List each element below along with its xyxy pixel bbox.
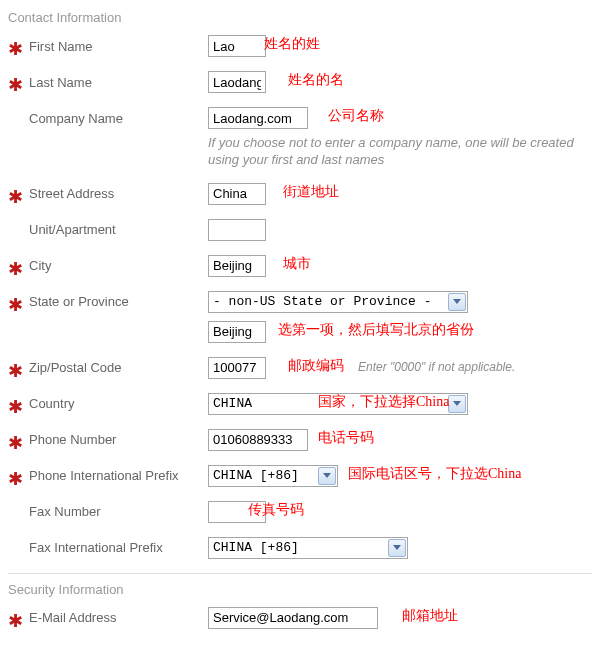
label-company-name: Company Name (29, 111, 123, 126)
country-select[interactable]: CHINA (208, 393, 468, 415)
phone-prefix-select[interactable]: CHINA [+86] (208, 465, 338, 487)
state-select-value: - non-US State or Province - (213, 294, 431, 309)
row-email: ✱ E-Mail Address 邮箱地址 (8, 607, 600, 629)
label-state: State or Province (29, 294, 129, 309)
required-icon: ✱ (8, 616, 23, 626)
anno-city: 城市 (283, 255, 311, 273)
chevron-down-icon (388, 539, 406, 557)
unit-input[interactable] (208, 219, 266, 241)
label-unit: Unit/Apartment (29, 222, 116, 237)
row-phone: ✱ Phone Number 电话号码 (8, 429, 600, 451)
row-unit: ✱ Unit/Apartment (8, 219, 600, 241)
anno-zip: 邮政编码 (288, 357, 344, 375)
phone-prefix-value: CHINA [+86] (213, 468, 299, 483)
row-city: ✱ City 城市 (8, 255, 600, 277)
label-city: City (29, 258, 51, 273)
required-icon: ✱ (8, 192, 23, 202)
section-contact-heading: Contact Information (8, 10, 600, 25)
required-icon: ✱ (8, 474, 23, 484)
label-email: E-Mail Address (29, 610, 116, 625)
chevron-down-icon (318, 467, 336, 485)
company-name-input[interactable] (208, 107, 308, 129)
fax-prefix-select[interactable]: CHINA [+86] (208, 537, 408, 559)
city-input[interactable] (208, 255, 266, 277)
state-select[interactable]: - non-US State or Province - (208, 291, 468, 313)
zip-hint: Enter "0000" if not applicable. (358, 360, 515, 374)
required-icon: ✱ (8, 366, 23, 376)
last-name-input[interactable] (208, 71, 266, 93)
row-company-name: ✱ Company Name 公司名称 (8, 107, 600, 129)
row-street-address: ✱ Street Address 街道地址 (8, 183, 600, 205)
chevron-down-icon (448, 395, 466, 413)
row-state-select: ✱ State or Province - non-US State or Pr… (8, 291, 600, 313)
anno-email: 邮箱地址 (402, 607, 458, 625)
required-icon: ✱ (8, 80, 23, 90)
zip-input[interactable] (208, 357, 266, 379)
row-fax-prefix: ✱ Fax International Prefix CHINA [+86] (8, 537, 600, 559)
label-fax-prefix: Fax International Prefix (29, 540, 163, 555)
email-input[interactable] (208, 607, 378, 629)
section-divider (8, 573, 592, 574)
company-name-hint: If you choose not to enter a company nam… (208, 135, 600, 169)
phone-input[interactable] (208, 429, 308, 451)
label-fax: Fax Number (29, 504, 101, 519)
first-name-input[interactable] (208, 35, 266, 57)
row-first-name: ✱ First Name 姓名的姓 (8, 35, 600, 57)
row-fax: ✱ Fax Number 传真号码 (8, 501, 600, 523)
label-phone: Phone Number (29, 432, 116, 447)
row-state-text: 选第一项，然后填写北京的省份 (8, 321, 600, 343)
anno-company-name: 公司名称 (328, 107, 384, 125)
required-icon: ✱ (8, 402, 23, 412)
required-icon: ✱ (8, 264, 23, 274)
chevron-down-icon (448, 293, 466, 311)
anno-state: 选第一项，然后填写北京的省份 (278, 321, 474, 339)
row-zip: ✱ Zip/Postal Code Enter "0000" if not ap… (8, 357, 600, 379)
required-icon: ✱ (8, 44, 23, 54)
label-street-address: Street Address (29, 186, 114, 201)
anno-street-address: 街道地址 (283, 183, 339, 201)
required-icon: ✱ (8, 300, 23, 310)
row-country: ✱ Country CHINA 国家，下拉选择China (8, 393, 600, 415)
anno-last-name: 姓名的名 (288, 71, 344, 89)
state-text-input[interactable] (208, 321, 266, 343)
street-address-input[interactable] (208, 183, 266, 205)
fax-input[interactable] (208, 501, 266, 523)
required-icon: ✱ (8, 438, 23, 448)
anno-first-name: 姓名的姓 (264, 35, 320, 53)
label-country: Country (29, 396, 75, 411)
row-last-name: ✱ Last Name 姓名的名 (8, 71, 600, 93)
label-zip: Zip/Postal Code (29, 360, 122, 375)
fax-prefix-value: CHINA [+86] (213, 540, 299, 555)
label-phone-prefix: Phone International Prefix (29, 468, 179, 483)
label-last-name: Last Name (29, 75, 92, 90)
anno-phone: 电话号码 (318, 429, 374, 447)
country-select-value: CHINA (213, 396, 252, 411)
section-security-heading: Security Information (8, 582, 600, 597)
row-phone-prefix: ✱ Phone International Prefix CHINA [+86]… (8, 465, 600, 487)
anno-phone-prefix: 国际电话区号，下拉选China (348, 465, 521, 483)
label-first-name: First Name (29, 39, 93, 54)
